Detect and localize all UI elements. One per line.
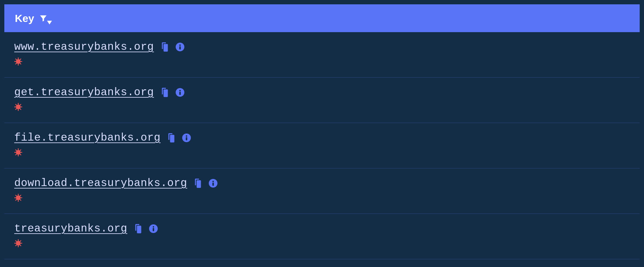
svg-line-8	[16, 59, 17, 60]
copy-icon[interactable]	[161, 42, 169, 52]
virus-icon	[14, 103, 22, 111]
svg-line-22	[16, 108, 17, 109]
domain-link[interactable]: treasurybanks.org	[14, 222, 127, 235]
svg-line-45	[20, 199, 21, 200]
virus-icon	[14, 194, 22, 202]
svg-point-49	[152, 226, 154, 228]
svg-line-10	[16, 63, 17, 64]
info-icon[interactable]	[209, 179, 217, 188]
svg-line-33	[20, 154, 21, 155]
info-icon[interactable]	[176, 43, 184, 51]
table-row: get.treasurybanks.org	[4, 78, 640, 123]
copy-icon[interactable]	[134, 224, 142, 233]
virus-icon	[14, 148, 22, 156]
svg-line-58	[16, 245, 17, 246]
virus-icon	[14, 57, 22, 66]
svg-line-9	[20, 63, 21, 64]
filter-icon[interactable]	[39, 14, 48, 23]
virus-icon	[14, 239, 22, 247]
results-panel: Key www.treasurybanks.org	[4, 4, 640, 267]
table-row: treasurybanks.org	[4, 214, 640, 259]
svg-point-1	[179, 44, 181, 46]
svg-rect-26	[186, 137, 187, 141]
domain-link[interactable]: download.treasurybanks.org	[14, 177, 187, 189]
column-header-label: Key	[15, 12, 34, 24]
svg-line-59	[20, 241, 21, 242]
svg-point-37	[213, 181, 214, 182]
pagination-text: 1-5 of 5	[4, 259, 640, 267]
domain-link[interactable]: www.treasurybanks.org	[14, 41, 154, 53]
domain-link[interactable]: file.treasurybanks.org	[14, 132, 161, 144]
svg-line-44	[16, 195, 17, 196]
svg-rect-38	[213, 183, 214, 186]
svg-line-35	[20, 150, 21, 151]
svg-line-46	[16, 199, 17, 200]
svg-rect-50	[152, 228, 154, 231]
svg-rect-14	[179, 92, 181, 95]
table-row: download.treasurybanks.org	[4, 168, 640, 214]
copy-icon[interactable]	[167, 133, 175, 142]
column-header[interactable]: Key	[4, 4, 640, 32]
table-row: file.treasurybanks.org	[4, 123, 640, 168]
svg-line-11	[20, 59, 21, 60]
info-icon[interactable]	[149, 224, 158, 233]
svg-line-32	[16, 150, 17, 151]
svg-point-25	[186, 135, 187, 137]
sort-caret-icon[interactable]	[47, 21, 52, 24]
info-icon[interactable]	[182, 134, 191, 142]
svg-line-57	[20, 245, 21, 246]
info-icon[interactable]	[176, 88, 184, 97]
svg-line-34	[16, 154, 17, 155]
svg-rect-2	[179, 46, 181, 50]
copy-icon[interactable]	[194, 179, 202, 188]
table-row: www.treasurybanks.org	[4, 32, 640, 78]
svg-line-47	[20, 195, 21, 196]
svg-line-23	[20, 104, 21, 105]
domain-link[interactable]: get.treasurybanks.org	[14, 86, 154, 99]
svg-line-21	[20, 108, 21, 109]
copy-icon[interactable]	[161, 88, 169, 97]
svg-line-56	[16, 241, 17, 242]
svg-point-13	[179, 90, 181, 91]
svg-line-20	[16, 104, 17, 105]
column-header-controls	[39, 14, 52, 23]
